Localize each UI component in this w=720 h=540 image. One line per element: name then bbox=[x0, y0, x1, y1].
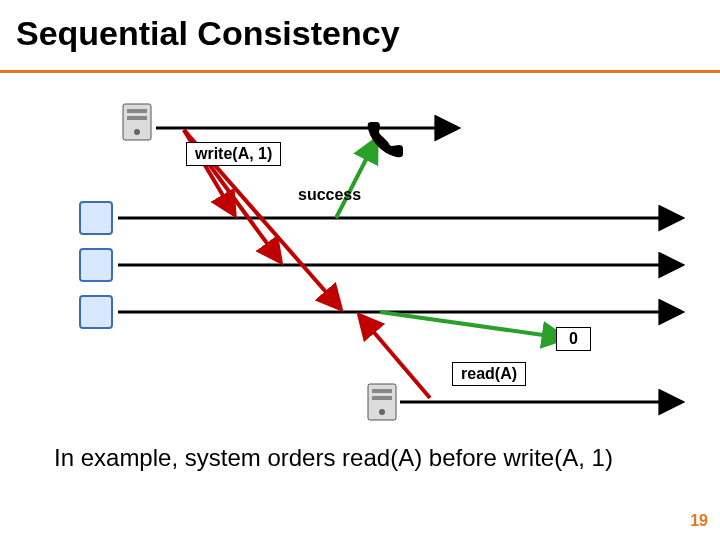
svg-point-3 bbox=[134, 129, 140, 135]
svg-point-10 bbox=[379, 409, 385, 415]
replica-box-1 bbox=[80, 202, 112, 234]
caption-text: In example, system orders read(A) before… bbox=[54, 444, 613, 472]
slide-number: 19 bbox=[690, 512, 708, 530]
read-reply-arrow bbox=[380, 312, 564, 338]
replica-box-2 bbox=[80, 249, 112, 281]
write-label: write(A, 1) bbox=[186, 142, 281, 166]
client-icon-top bbox=[123, 104, 151, 140]
svg-rect-5 bbox=[80, 249, 112, 281]
success-arrow bbox=[336, 140, 376, 218]
replica-box-3 bbox=[80, 296, 112, 328]
client-icon-bottom bbox=[368, 384, 396, 420]
zero-label: 0 bbox=[556, 327, 591, 351]
svg-rect-2 bbox=[127, 116, 147, 120]
svg-rect-6 bbox=[80, 296, 112, 328]
svg-rect-9 bbox=[372, 396, 392, 400]
svg-rect-8 bbox=[372, 389, 392, 393]
svg-rect-4 bbox=[80, 202, 112, 234]
read-label: read(A) bbox=[452, 362, 526, 386]
success-label: success bbox=[290, 184, 369, 206]
svg-rect-1 bbox=[127, 109, 147, 113]
